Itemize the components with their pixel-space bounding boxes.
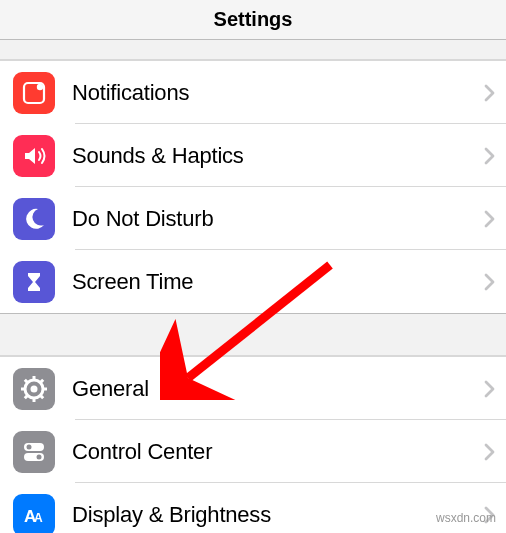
settings-row-general[interactable]: General [0,357,506,420]
row-label: Control Center [72,439,484,465]
section-spacer [0,40,506,60]
row-label: Display & Brightness [72,502,484,528]
row-label: Sounds & Haptics [72,143,484,169]
svg-point-13 [27,444,32,449]
chevron-right-icon [484,273,496,291]
svg-point-15 [37,454,42,459]
chevron-right-icon [484,147,496,165]
svg-point-1 [37,83,43,89]
svg-line-9 [40,395,43,398]
row-label: Screen Time [72,269,484,295]
settings-row-screen-time[interactable]: Screen Time [0,250,506,313]
settings-section-1: Notifications Sounds & Haptics Do Not Di… [0,60,506,314]
svg-line-8 [25,379,28,382]
sounds-icon [13,135,55,177]
section-spacer [0,314,506,356]
gear-icon [13,368,55,410]
settings-row-notifications[interactable]: Notifications [0,61,506,124]
notifications-icon [13,72,55,114]
row-label: Do Not Disturb [72,206,484,232]
header: Settings [0,0,506,40]
svg-point-3 [31,385,38,392]
switches-icon [13,431,55,473]
chevron-right-icon [484,443,496,461]
row-label: General [72,376,484,402]
settings-row-sounds[interactable]: Sounds & Haptics [0,124,506,187]
hourglass-icon [13,261,55,303]
svg-text:A: A [34,511,43,525]
settings-row-control-center[interactable]: Control Center [0,420,506,483]
settings-row-dnd[interactable]: Do Not Disturb [0,187,506,250]
watermark: wsxdn.com [436,511,496,525]
settings-section-2: General Control Center AA Display & Brig… [0,356,506,533]
chevron-right-icon [484,210,496,228]
chevron-right-icon [484,84,496,102]
text-size-icon: AA [13,494,55,534]
page-title: Settings [214,8,293,31]
svg-line-11 [40,379,43,382]
row-label: Notifications [72,80,484,106]
settings-row-display[interactable]: AA Display & Brightness [0,483,506,533]
chevron-right-icon [484,380,496,398]
svg-line-10 [25,395,28,398]
moon-icon [13,198,55,240]
